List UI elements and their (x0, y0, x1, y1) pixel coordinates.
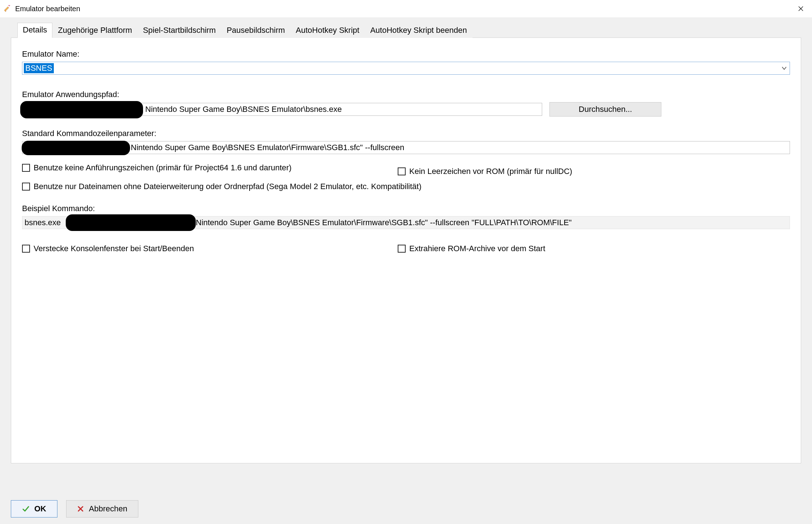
cmd-params-input[interactable]: Nintendo Super Game Boy\BSNES Emulator\F… (22, 141, 790, 154)
tab-strip: Details Zugehörige Plattform Spiel-Start… (0, 22, 812, 38)
emulator-name-label: Emulator Name: (22, 49, 790, 59)
app-path-input[interactable]: Nintendo Super Game Boy\BSNES Emulator\b… (22, 103, 542, 116)
cancel-button-label: Abbrechen (89, 504, 127, 514)
dialog-footer: OK Abbrechen (11, 500, 138, 518)
filename-only-label: Benutze nur Dateinamen ohne Dateierweite… (34, 182, 422, 192)
redaction (20, 101, 143, 118)
redaction (66, 214, 196, 231)
cancel-button[interactable]: Abbrechen (66, 500, 138, 518)
x-icon (77, 506, 84, 512)
redaction (22, 141, 130, 155)
details-panel: Emulator Name: BSNES Emulator Anwendungs… (11, 38, 801, 463)
tab-game-start-screen[interactable]: Spiel-Startbildschirm (138, 23, 221, 38)
check-icon (22, 505, 29, 512)
title-bar: Emulator bearbeiten (0, 0, 812, 17)
chevron-down-icon (781, 65, 787, 71)
no-space-label: Kein Leerzeichen vor ROM (primär für nul… (409, 166, 572, 176)
window-title: Emulator bearbeiten (15, 5, 80, 13)
pencil-icon (4, 5, 12, 12)
hide-console-checkbox[interactable] (22, 245, 30, 253)
tab-autohotkey-script[interactable]: AutoHotkey Skript (290, 23, 365, 38)
emulator-name-value: BSNES (24, 63, 54, 73)
close-button[interactable] (792, 3, 809, 14)
tab-pause-screen[interactable]: Pausebildschirm (221, 23, 290, 38)
example-cmd-label: Beispiel Kommando: (22, 204, 790, 213)
extract-rom-label: Extrahiere ROM-Archive vor dem Start (409, 244, 545, 254)
cmd-params-value: Nintendo Super Game Boy\BSNES Emulator\F… (131, 143, 404, 152)
hide-console-label: Verstecke Konsolenfenster bei Start/Been… (34, 244, 194, 254)
app-path-label: Emulator Anwendungspfad: (22, 90, 790, 99)
extract-rom-checkbox[interactable] (398, 245, 406, 253)
app-path-value: Nintendo Super Game Boy\BSNES Emulator\b… (145, 105, 342, 114)
emulator-name-combobox[interactable]: BSNES (22, 62, 790, 75)
example-cmd-output: bsnes.exe Nintendo Super Game Boy\BSNES … (22, 216, 790, 229)
svg-rect-2 (8, 5, 10, 6)
svg-rect-1 (4, 7, 9, 12)
tab-autohotkey-exit-script[interactable]: AutoHotkey Skript beenden (365, 23, 472, 38)
no-quotes-checkbox[interactable] (22, 164, 30, 172)
no-space-checkbox[interactable] (398, 167, 406, 175)
cmd-params-label: Standard Kommandozeilenparameter: (22, 129, 790, 138)
tab-associated-platform[interactable]: Zugehörige Plattform (52, 23, 137, 38)
ok-button-label: OK (34, 504, 46, 514)
example-prefix: bsnes.exe (25, 218, 61, 227)
browse-button[interactable]: Durchsuchen... (549, 102, 661, 117)
no-quotes-label: Benutze keine Anführungszeichen (primär … (34, 163, 291, 173)
ok-button[interactable]: OK (11, 500, 57, 518)
filename-only-checkbox[interactable] (22, 183, 30, 191)
tab-details[interactable]: Details (17, 23, 52, 38)
example-suffix: Nintendo Super Game Boy\BSNES Emulator\F… (196, 218, 572, 227)
